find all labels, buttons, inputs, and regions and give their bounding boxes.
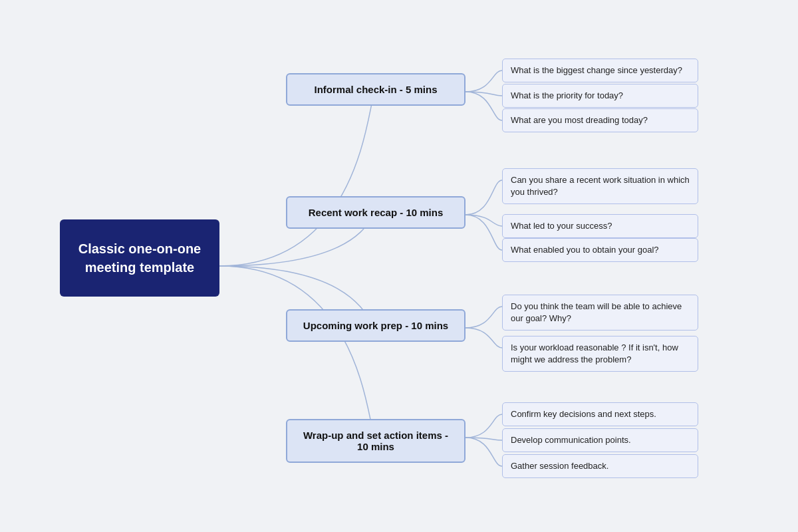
leaf-node-b1-l3: What are you most dreading today? — [502, 108, 698, 132]
leaf-node-b2-l3: What enabled you to obtain your goal? — [502, 238, 698, 262]
branch-node-2: Recent work recap - 10 mins — [286, 196, 466, 229]
leaf-node-b4-l1: Confirm key decisions and next steps. — [502, 402, 698, 426]
leaf-node-b3-l1: Do you think the team will be able to ac… — [502, 295, 698, 331]
center-node: Classic one-on-one meeting template — [60, 219, 219, 297]
leaf-node-b4-l2: Develop communication points. — [502, 428, 698, 452]
branch-node-1: Informal check-in - 5 mins — [286, 73, 466, 106]
mind-map-canvas: Classic one-on-one meeting template Info… — [0, 0, 798, 532]
leaf-node-b2-l2: What led to your success? — [502, 214, 698, 238]
leaf-node-b1-l1: What is the biggest change since yesterd… — [502, 59, 698, 82]
leaf-node-b2-l1: Can you share a recent work situation in… — [502, 168, 698, 204]
leaf-node-b3-l2: Is your workload reasonable ? If it isn'… — [502, 336, 698, 372]
leaf-node-b4-l3: Gather session feedback. — [502, 454, 698, 478]
branch-node-4: Wrap-up and set action items - 10 mins — [286, 419, 466, 463]
leaf-node-b1-l2: What is the priority for today? — [502, 84, 698, 108]
center-label: Classic one-on-one meeting template — [78, 241, 201, 275]
branch-node-3: Upcoming work prep - 10 mins — [286, 309, 466, 342]
